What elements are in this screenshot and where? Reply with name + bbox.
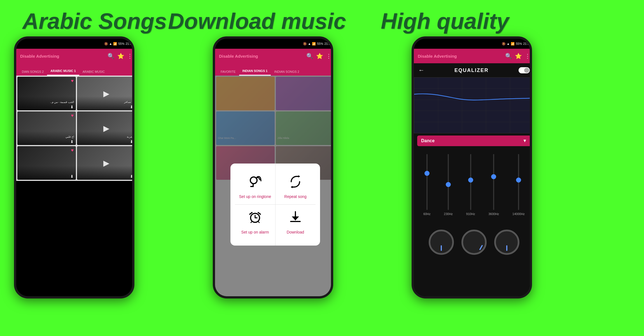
- time-1: 21:34: [125, 42, 133, 45]
- song-card-5[interactable]: ♥ ⬇: [17, 146, 76, 180]
- eq-knob-3[interactable]: [494, 230, 519, 255]
- eq-dot-60hz[interactable]: [424, 171, 430, 176]
- eq-toggle-knob: [524, 68, 529, 73]
- title-arabic: Arabic Songs: [22, 8, 167, 34]
- eq-freq-230hz: 230Hz: [444, 212, 453, 216]
- heart-icon-1[interactable]: ♥: [71, 78, 74, 83]
- eq-back-button[interactable]: ←: [418, 67, 424, 74]
- heart-icon-5[interactable]: ♥: [71, 148, 74, 153]
- eq-track-910hz[interactable]: [470, 154, 471, 210]
- repeat-icon: [288, 175, 302, 192]
- app-bar-2: Disable Advertising 🔍 ⭐ ⋮: [215, 49, 333, 63]
- ringtone-label: Set up on ringtone: [239, 194, 271, 199]
- star-icon-2[interactable]: ⭐: [316, 53, 323, 59]
- signal-icon: 📶: [113, 42, 117, 46]
- tab-arabic-music-2[interactable]: ARABIC MUSIC: [79, 68, 108, 76]
- eq-freq-910hz: 910Hz: [466, 212, 475, 216]
- eq-track-60hz[interactable]: [426, 154, 428, 210]
- eq-knob-2[interactable]: [461, 230, 487, 255]
- eq-preset-label: Dance: [421, 138, 435, 143]
- tab-arabic-music-1[interactable]: ARABIC MUSIC 1: [47, 67, 79, 76]
- eq-freq-60hz: 60Hz: [423, 212, 431, 216]
- eq-dot-3600hz[interactable]: [491, 174, 496, 179]
- status-icons-3: 🔕 ▲ 📶 55% 21:35: [502, 42, 531, 46]
- dialog-item-alarm[interactable]: Set up on alarm: [235, 205, 275, 240]
- eq-track-230hz[interactable]: [448, 154, 449, 210]
- tab-dian-songs-2[interactable]: DIAN SONGS 2: [18, 68, 47, 76]
- download-icon-3[interactable]: ⬇: [70, 139, 74, 144]
- download-icon-2[interactable]: ⬇: [130, 105, 133, 109]
- eq-header: ← EQUALIZER: [414, 63, 532, 77]
- download-icon-6[interactable]: ⬇: [130, 174, 133, 179]
- tab-favorite[interactable]: FAVORITE: [217, 68, 239, 76]
- song-card-1[interactable]: ♥ الحب قسمة - من م.. ⬇: [17, 77, 76, 110]
- phone-2-screen: 🔕 ▲ 📶 55% 21:35 Disable Advertising 🔍 ⭐ …: [215, 39, 333, 296]
- eq-preset-selector[interactable]: Dance ▼: [417, 136, 531, 146]
- song-label-3: اخ قلبي: [19, 135, 74, 138]
- signal-icon-3: 📶: [511, 42, 515, 46]
- eq-dot-910hz[interactable]: [468, 178, 473, 183]
- more-icon-2[interactable]: ⋮: [326, 53, 332, 59]
- eq-dot-230hz[interactable]: [446, 182, 451, 187]
- song-card-4[interactable]: ▶ الغربة ⬇: [77, 111, 134, 145]
- dialog-item-repeat[interactable]: Repeat song: [275, 169, 316, 204]
- eq-track-3600hz[interactable]: [493, 154, 494, 210]
- tabs-bar-1: DIAN SONGS 2 ARABIC MUSIC 1 ARABIC MUSIC: [16, 63, 134, 76]
- search-icon-3[interactable]: 🔍: [505, 53, 512, 59]
- alarm-icon: [248, 210, 262, 227]
- eq-freq-14000hz: 14000Hz: [512, 212, 525, 216]
- app-bar-title-3: Disable Advertising: [418, 54, 502, 59]
- options-dialog: Set up on ringtone Repeat song: [230, 164, 320, 246]
- download-icon-4[interactable]: ⬇: [130, 139, 133, 144]
- eq-slider-230hz: 230Hz: [444, 154, 453, 221]
- dialog-item-download[interactable]: Download: [275, 205, 316, 240]
- tab-indian-songs-1[interactable]: INDIAN SONGS 1: [239, 67, 271, 76]
- eq-sliders: 60Hz 230Hz 910Hz: [414, 148, 532, 227]
- title-download: Download music: [168, 8, 346, 34]
- play-icon-6[interactable]: ▶: [103, 158, 109, 168]
- wifi-icon-3: ▲: [507, 42, 510, 45]
- eq-toggle[interactable]: [519, 67, 530, 73]
- wifi-icon-2: ▲: [308, 42, 311, 45]
- download-icon-1[interactable]: ⬇: [70, 105, 74, 109]
- heart-icon-3[interactable]: ♥: [71, 113, 74, 118]
- tab-indian-songs-2[interactable]: INDIAN SONGS 2: [271, 68, 302, 76]
- song-card-2[interactable]: ▶ لا تسافر ⬇: [77, 77, 134, 110]
- ringtone-icon: [248, 175, 262, 192]
- eq-freq-3600hz: 3600Hz: [488, 212, 499, 216]
- title-quality: High quality: [381, 8, 509, 34]
- eq-slider-910hz: 910Hz: [466, 154, 475, 221]
- download-dialog-icon: [288, 210, 302, 227]
- phone-3-screen: 🔕 ▲ 📶 55% 21:35 Disable Advertising 🔍 ⭐ …: [414, 39, 532, 296]
- alarm-label: Set up on alarm: [241, 230, 269, 234]
- song-card-6[interactable]: ▶ ⬇: [77, 146, 134, 180]
- eq-knob-1[interactable]: [429, 230, 454, 255]
- status-bar-2: 🔕 ▲ 📶 55% 21:35: [215, 39, 333, 49]
- dialog-overlay: Set up on ringtone Repeat song: [215, 76, 333, 296]
- star-icon-1[interactable]: ⭐: [117, 53, 124, 59]
- eq-slider-3600hz: 3600Hz: [488, 154, 499, 221]
- more-icon-3[interactable]: ⋮: [525, 53, 530, 59]
- eq-chart-svg: [414, 78, 532, 133]
- app-bar-3: Disable Advertising 🔍 ⭐ ⋮: [414, 49, 532, 63]
- dialog-divider-v: [275, 164, 276, 246]
- download-icon-5[interactable]: ⬇: [70, 174, 74, 179]
- repeat-label: Repeat song: [284, 194, 306, 199]
- star-icon-3[interactable]: ⭐: [515, 53, 522, 59]
- song-card-3[interactable]: ♥ اخ قلبي ⬇: [17, 111, 76, 145]
- signal-icon-2: 📶: [312, 42, 316, 46]
- search-icon-2[interactable]: 🔍: [306, 53, 313, 59]
- eq-dot-14000hz[interactable]: [516, 178, 521, 183]
- play-icon-4[interactable]: ▶: [103, 124, 109, 133]
- status-icons-1: 🔕 ▲ 📶 55% 21:34: [104, 42, 133, 46]
- search-icon-1[interactable]: 🔍: [108, 53, 115, 59]
- play-icon-2[interactable]: ▶: [103, 89, 109, 98]
- phone-2-content: Ghar More Pa... Zilla Hilela: [215, 76, 333, 296]
- eq-track-14000hz[interactable]: [518, 154, 519, 210]
- battery-text-2: 55%: [317, 42, 323, 45]
- song-grid-1: ♥ الحب قسمة - من م.. ⬇ ▶ لا تسافر ⬇ ♥ اخ…: [16, 76, 134, 181]
- more-icon-1[interactable]: ⋮: [127, 53, 133, 59]
- status-icons-2: 🔕 ▲ 📶 55% 21:35: [303, 42, 332, 46]
- dialog-item-ringtone[interactable]: Set up on ringtone: [235, 169, 275, 204]
- song-label-4: الغربة: [79, 135, 134, 138]
